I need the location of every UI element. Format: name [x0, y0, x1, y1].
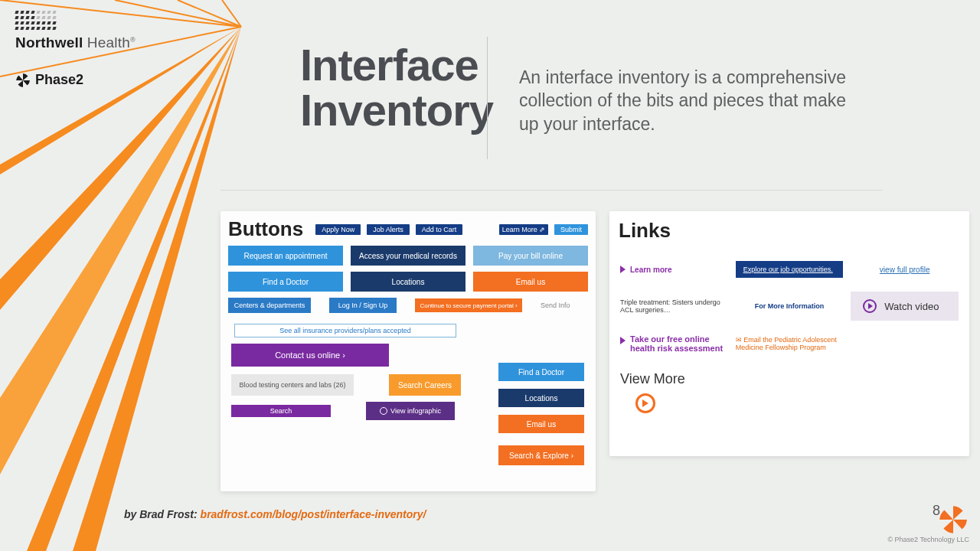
phase2-word: Phase2	[35, 72, 83, 88]
search-button[interactable]: Search	[231, 405, 331, 417]
links-panel: Links Learn more Explore our job opportu…	[609, 211, 969, 456]
side-locations-button[interactable]: Locations	[498, 389, 584, 407]
search-explore-button[interactable]: Search & Explore ›	[498, 445, 584, 465]
email-fellowship-link[interactable]: ✉ Email the Pediatric Adolescent Medicin…	[736, 336, 843, 351]
links-panel-title: Links	[609, 211, 969, 247]
svg-marker-3	[73, 27, 241, 551]
pay-bill-button[interactable]: Pay your bill online	[473, 246, 588, 266]
pinwheel-icon	[15, 73, 31, 88]
slide-title: Interface Inventory	[300, 42, 493, 132]
buttons-panel-title: Buttons	[228, 217, 303, 241]
view-infographic-button[interactable]: View infographic	[366, 402, 455, 420]
credit-url[interactable]: bradfrost.com/blog/post/interface-invent…	[201, 508, 426, 520]
northwell-word-a: Northwell	[15, 34, 83, 51]
svg-marker-1	[0, 27, 241, 310]
send-info-link[interactable]: Send Info	[541, 302, 570, 309]
footer-mark: 8 © Phase2 Technology LLC	[887, 504, 969, 543]
learn-more-button[interactable]: Learn More ⇗	[499, 224, 548, 235]
view-full-profile-link[interactable]: view full profile	[851, 266, 959, 274]
title-line-2: Inventory	[300, 87, 493, 132]
horizontal-rule	[220, 190, 882, 191]
arrow-circle-right-icon[interactable]	[635, 393, 655, 413]
copyright: © Phase2 Technology LLC	[887, 536, 969, 543]
find-doctor-button[interactable]: Find a Doctor	[228, 272, 343, 292]
northwell-logo: Northwell Health®	[15, 34, 136, 51]
caret-right-icon	[620, 266, 626, 273]
brand-block: Northwell Health®	[15, 11, 136, 51]
phase2-logo: Phase2	[15, 72, 83, 88]
triple-treatment-link[interactable]: Triple treatment: Sisters undergo ACL su…	[620, 298, 728, 314]
svg-marker-2	[27, 27, 241, 551]
request-appointment-button[interactable]: Request an appointment	[228, 246, 343, 266]
caret-right-icon	[620, 337, 626, 344]
vertical-divider	[487, 37, 488, 159]
contact-us-button[interactable]: Contact us online ›	[231, 344, 389, 367]
job-alerts-button[interactable]: Job Alerts	[367, 224, 410, 235]
add-to-cart-button[interactable]: Add to Cart	[416, 224, 463, 235]
phase2-pinwheel-icon	[937, 504, 969, 536]
email-us-button[interactable]: Email us	[473, 272, 588, 292]
view-more-block: View More	[609, 360, 969, 427]
explore-jobs-link[interactable]: Explore our job opportunities.	[736, 261, 844, 278]
blood-testing-button[interactable]: Blood testing centers and labs (26)	[231, 374, 354, 396]
learn-more-link[interactable]: Learn more	[620, 266, 728, 274]
northwell-dot-icon	[15, 11, 136, 30]
credit-line: by Brad Frost: bradfrost.com/blog/post/i…	[124, 508, 426, 520]
page-number: 8	[933, 503, 940, 519]
title-line-1: Interface	[300, 42, 493, 87]
registered-mark: ®	[130, 36, 136, 44]
login-signup-button[interactable]: Log In / Sign Up	[329, 298, 397, 313]
side-find-doctor-button[interactable]: Find a Doctor	[498, 363, 584, 381]
submit-button[interactable]: Submit	[554, 224, 588, 235]
payment-portal-button[interactable]: Continue to secure payment portal ›	[415, 298, 522, 312]
play-circle-icon	[863, 299, 877, 313]
buttons-side-column: Find a Doctor Locations Email us Search …	[498, 363, 584, 465]
side-email-us-button[interactable]: Email us	[498, 415, 584, 433]
insurance-providers-button[interactable]: See all insurance providers/plans accept…	[234, 324, 456, 337]
slide-lede: An interface inventory is a comprehensiv…	[519, 66, 856, 135]
centers-departments-button[interactable]: Centers & departments	[228, 298, 311, 313]
credit-prefix: by Brad Frost:	[124, 508, 201, 520]
watch-video-link[interactable]: Watch video	[851, 292, 959, 321]
locations-button[interactable]: Locations	[351, 272, 466, 292]
apply-now-button[interactable]: Apply Now	[315, 224, 361, 235]
links-grid: Learn more Explore our job opportunities…	[609, 247, 969, 360]
more-information-link[interactable]: For More Information	[736, 302, 844, 310]
risk-assessment-link[interactable]: Take our free online health risk assessm…	[620, 334, 728, 353]
svg-marker-4	[0, 27, 241, 474]
view-more-label: View More	[620, 371, 959, 387]
medical-records-button[interactable]: Access your medical records	[351, 246, 466, 266]
buttons-panel: Buttons Apply Now Job Alerts Add to Cart…	[220, 211, 596, 491]
search-careers-button[interactable]: Search Careers	[389, 374, 461, 396]
northwell-word-b: Health	[83, 34, 130, 51]
slide: Northwell Health® Phase2 Interface Inven…	[0, 0, 980, 551]
